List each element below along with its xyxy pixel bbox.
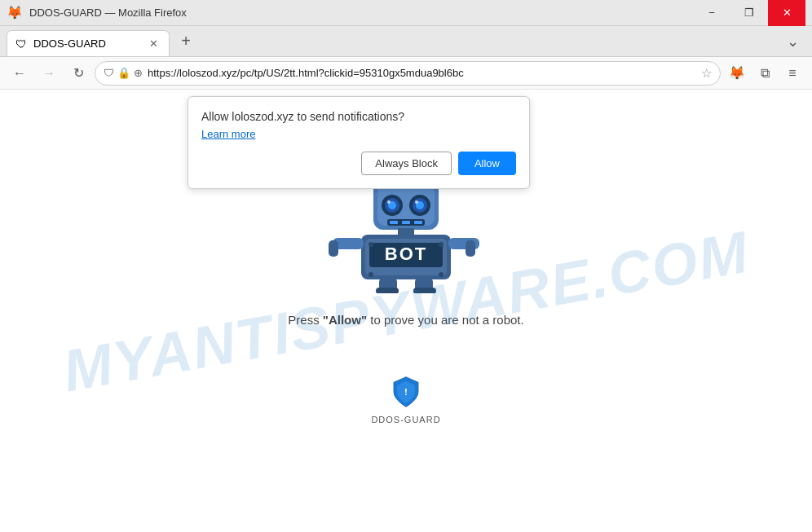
new-tab-button[interactable]: + [173,29,199,55]
svg-point-32 [439,272,444,277]
footer-logo: ! DDOS-GUARD [371,376,440,424]
svg-rect-13 [390,221,398,224]
svg-rect-14 [402,221,410,224]
maximize-button[interactable]: ❐ [730,0,768,26]
tab-title: DDOS-GUARD [33,37,139,50]
learn-more-link[interactable]: Learn more [201,128,516,140]
active-tab[interactable]: 🛡 DDOS-GUARD ✕ [7,30,170,56]
press-allow-text: Press "Allow" to prove you are not a rob… [288,313,523,327]
address-bar[interactable]: 🛡 🔒 ⊕ https://loloszod.xyz/pc/tp/US/2tt.… [95,61,721,86]
url-text: https://loloszod.xyz/pc/tp/US/2tt.html?c… [148,67,696,79]
tabbar: 🛡 DDOS-GUARD ✕ + ⌄ [0,26,812,57]
translate-icon: ⊕ [134,67,143,79]
titlebar-controls: − ❐ ✕ [693,0,805,26]
notification-buttons: Always Block Allow [201,152,516,175]
svg-point-29 [368,242,373,247]
svg-point-7 [387,200,391,204]
firefox-icon: 🦊 [7,5,23,20]
svg-rect-28 [413,288,436,293]
tab-favicon: 🛡 [15,37,27,51]
address-security-icons: 🛡 🔒 ⊕ [104,67,143,79]
svg-point-31 [368,272,373,277]
pocket-button[interactable]: 🦊 [724,60,750,86]
always-block-button[interactable]: Always Block [361,152,452,175]
tab-close-button[interactable]: ✕ [146,37,161,51]
tab-list-button[interactable]: ⌄ [779,29,805,55]
svg-point-11 [415,200,418,204]
footer-brand-text: DDOS-GUARD [371,415,440,424]
svg-text:!: ! [404,386,408,397]
svg-text:BOT: BOT [385,244,427,264]
allow-button[interactable]: Allow [458,152,516,175]
svg-rect-24 [466,240,475,257]
titlebar-left: 🦊 DDOS-GUARD — Mozilla Firefox [7,5,187,20]
toolbar-right: 🦊 ⧉ ≡ [724,60,805,86]
titlebar: 🦊 DDOS-GUARD — Mozilla Firefox − ❐ ✕ [0,0,812,26]
navbar: ← → ↻ 🛡 🔒 ⊕ https://loloszod.xyz/pc/tp/U… [0,57,812,90]
extensions-button[interactable]: ⧉ [752,60,778,86]
minimize-button[interactable]: − [693,0,730,26]
close-button[interactable]: ✕ [768,0,805,26]
lock-icon: 🔒 [117,67,130,79]
back-button[interactable]: ← [7,60,33,86]
titlebar-title: DDOS-GUARD — Mozilla Firefox [29,7,187,19]
svg-point-30 [439,242,444,247]
menu-button[interactable]: ≡ [779,60,805,86]
notification-popup: Allow loloszod.xyz to send notifications… [188,96,530,189]
content-area: MYANTISPYWARE.COM Allow loloszod.xyz to … [0,90,812,532]
reload-button[interactable]: ↻ [65,60,91,86]
svg-rect-15 [414,221,422,224]
svg-rect-22 [329,240,338,257]
notification-title: Allow loloszod.xyz to send notifications… [201,110,516,123]
forward-button[interactable]: → [36,60,62,86]
bookmark-star-icon[interactable]: ☆ [701,66,712,81]
ddos-guard-shield-icon: ! [390,376,422,411]
shield-indicator-icon: 🛡 [104,67,114,79]
svg-rect-26 [376,288,399,293]
